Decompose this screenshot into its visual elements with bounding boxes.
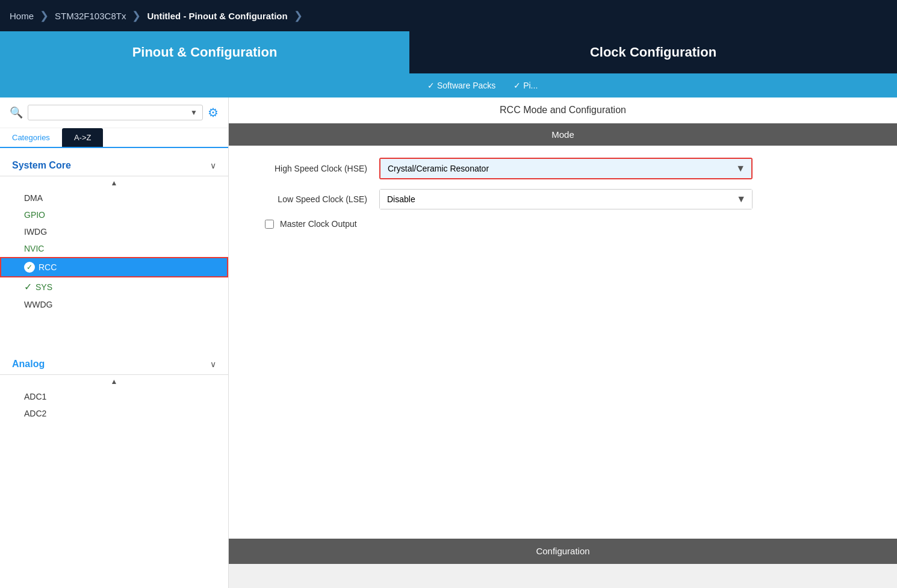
breadcrumb-home[interactable]: Home <box>10 11 34 21</box>
main-layout: 🔍 ▼ ⚙ Categories A->Z System Core ∨ <box>0 97 897 588</box>
sidebar-section-analog: Analog ∨ ▲ ADC1 ADC2 <box>0 351 228 424</box>
tab-clock[interactable]: Clock Configuration <box>409 31 897 73</box>
mode-section-header: Mode <box>229 123 897 146</box>
hse-select[interactable]: Crystal/Ceramic Resonator Disable Bypass… <box>380 159 751 178</box>
scroll-up-arrow[interactable]: ▲ <box>0 179 228 187</box>
sidebar-search-bar: 🔍 ▼ ⚙ <box>0 97 228 128</box>
rcc-mode-header: RCC Mode and Configuration <box>229 97 897 123</box>
sidebar-content: System Core ∨ ▲ DMA GPIO IWDG NVIC ✓ <box>0 148 228 588</box>
config-bar <box>229 564 897 588</box>
sub-nav-software-packs[interactable]: ✓ Software Packs <box>427 81 495 90</box>
hse-label: High Speed Clock (HSE) <box>247 164 367 173</box>
sidebar-item-nvic[interactable]: NVIC <box>0 240 228 257</box>
breadcrumb-arrow-2: ❯ <box>132 9 141 22</box>
search-input[interactable] <box>33 108 190 117</box>
breadcrumb-current[interactable]: Untitled - Pinout & Configuration <box>147 11 287 21</box>
search-icon: 🔍 <box>10 106 23 119</box>
master-clock-row: Master Clock Output <box>247 219 879 229</box>
analog-collapse-arrow: ∨ <box>210 359 216 369</box>
category-tabs: Categories A->Z <box>0 128 228 148</box>
sidebar: 🔍 ▼ ⚙ Categories A->Z System Core ∨ <box>0 97 229 588</box>
sub-nav-pinout[interactable]: ✓ Pi... <box>514 81 538 90</box>
content-area <box>229 241 897 539</box>
lse-select-wrapper: Disable Crystal/Ceramic Resonator Bypass… <box>379 189 753 209</box>
config-section-header: Configuration <box>229 539 897 564</box>
mode-body: High Speed Clock (HSE) Crystal/Ceramic R… <box>229 146 897 241</box>
lse-row: Low Speed Clock (LSE) Disable Crystal/Ce… <box>247 189 879 209</box>
lse-label: Low Speed Clock (LSE) <box>247 194 367 204</box>
sidebar-item-gpio[interactable]: GPIO <box>0 206 228 223</box>
sidebar-item-sys[interactable]: ✓ SYS <box>0 277 228 296</box>
search-input-wrapper[interactable]: ▼ <box>28 105 203 120</box>
sidebar-section-system-core: System Core ∨ ▲ DMA GPIO IWDG NVIC ✓ <box>0 153 228 315</box>
sidebar-item-rcc[interactable]: ✓ RCC <box>0 257 228 277</box>
sys-check-icon: ✓ <box>24 281 32 292</box>
breadcrumb-device[interactable]: STM32F103C8Tx <box>55 11 126 21</box>
section-collapse-arrow: ∨ <box>210 161 216 170</box>
breadcrumb-arrow-1: ❯ <box>40 9 49 22</box>
lse-select[interactable]: Disable Crystal/Ceramic Resonator Bypass… <box>380 190 752 209</box>
breadcrumb-arrow-3: ❯ <box>294 9 303 22</box>
right-content: RCC Mode and Configuration Mode High Spe… <box>229 97 897 588</box>
tab-categories[interactable]: Categories <box>0 128 62 148</box>
master-clock-checkbox[interactable] <box>265 220 274 229</box>
sub-nav: ✓ Software Packs ✓ Pi... <box>0 73 897 97</box>
tab-pinout[interactable]: Pinout & Configuration <box>0 31 409 73</box>
tab-az[interactable]: A->Z <box>62 128 104 147</box>
hse-row: High Speed Clock (HSE) Crystal/Ceramic R… <box>247 158 879 179</box>
config-label: Configuration <box>536 546 589 556</box>
analog-scroll-up-arrow[interactable]: ▲ <box>0 377 228 386</box>
search-dropdown-arrow-icon: ▼ <box>190 108 197 117</box>
sidebar-item-wwdg[interactable]: WWDG <box>0 296 228 313</box>
top-tabs: Pinout & Configuration Clock Configurati… <box>0 31 897 73</box>
mode-section: Mode High Speed Clock (HSE) Crystal/Cera… <box>229 123 897 241</box>
sidebar-section-header-system-core[interactable]: System Core ∨ <box>0 155 228 176</box>
sidebar-item-adc2[interactable]: ADC2 <box>0 405 228 422</box>
hse-select-wrapper: Crystal/Ceramic Resonator Disable Bypass… <box>379 158 753 179</box>
breadcrumb: Home ❯ STM32F103C8Tx ❯ Untitled - Pinout… <box>0 0 897 31</box>
rcc-check-circle: ✓ <box>24 262 35 273</box>
sidebar-item-iwdg[interactable]: IWDG <box>0 223 228 240</box>
master-clock-label: Master Clock Output <box>280 219 357 229</box>
gear-icon[interactable]: ⚙ <box>208 105 219 120</box>
sidebar-item-dma[interactable]: DMA <box>0 190 228 206</box>
sidebar-item-adc1[interactable]: ADC1 <box>0 388 228 405</box>
sidebar-section-header-analog[interactable]: Analog ∨ <box>0 354 228 375</box>
